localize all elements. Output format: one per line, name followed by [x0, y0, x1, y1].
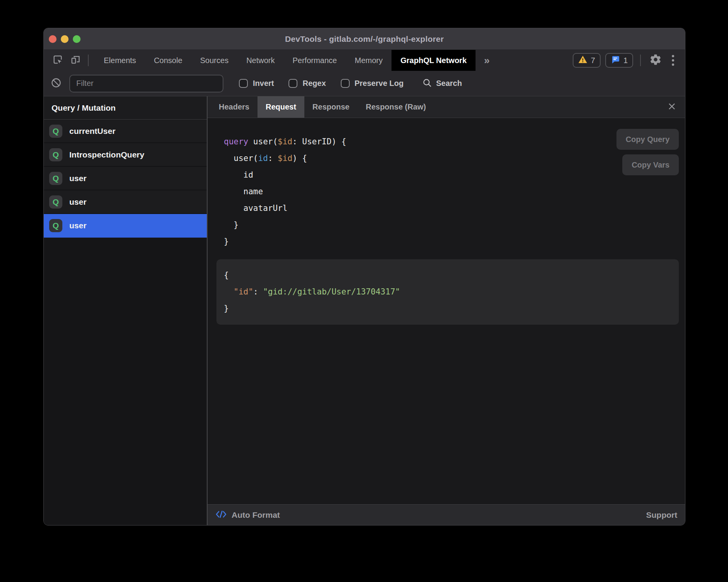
- checkbox-label: Invert: [253, 79, 274, 88]
- kebab-dot: [672, 63, 674, 66]
- copy-query-button[interactable]: Copy Query: [616, 129, 679, 150]
- panel-tab-response-raw[interactable]: Response (Raw): [357, 96, 434, 118]
- query-list: QcurrentUserQIntrospectionQueryQuserQuse…: [44, 120, 207, 238]
- toolbar-right: 7 1: [573, 50, 685, 71]
- query-list-item-user[interactable]: Quser: [44, 167, 207, 190]
- issues-count: 1: [623, 56, 628, 65]
- panel-tab-response[interactable]: Response: [304, 96, 358, 118]
- more-tabs-button[interactable]: »: [476, 50, 498, 71]
- filter-bar: InvertRegexPreserve Log Search: [44, 71, 685, 96]
- warning-triangle-icon: [578, 55, 587, 65]
- query-type-badge: Q: [49, 148, 62, 161]
- kebab-dot: [672, 59, 674, 62]
- panel-tabs: HeadersRequestResponseResponse (Raw): [208, 96, 685, 118]
- query-type-badge: Q: [49, 219, 62, 232]
- warnings-count: 7: [591, 56, 595, 65]
- search-control[interactable]: Search: [422, 78, 462, 89]
- device-toolbar-icon: [70, 54, 81, 67]
- chevron-double-right-icon: »: [484, 55, 489, 67]
- graphql-variables-box: { "id": "gid://gitlab/User/13704317"}: [216, 259, 679, 325]
- query-type-badge: Q: [49, 195, 62, 209]
- tab-console[interactable]: Console: [145, 50, 191, 71]
- request-content: query user($id: UserID) { user(id: $id) …: [208, 118, 685, 504]
- devtools-window: DevTools - gitlab.com/-/graphql-explorer: [43, 28, 685, 526]
- copy-buttons: Copy Query Copy Vars: [616, 129, 679, 175]
- panel-tab-headers[interactable]: Headers: [211, 96, 258, 118]
- query-name-label: user: [69, 221, 86, 230]
- settings-button[interactable]: [648, 53, 663, 68]
- inspect-cursor-icon: [52, 54, 63, 67]
- query-list-item-user[interactable]: Quser: [44, 214, 207, 238]
- sidebar-header: Query / Mutation: [44, 96, 207, 120]
- title-bar: DevTools - gitlab.com/-/graphql-explorer: [44, 28, 685, 50]
- checkbox-box[interactable]: [288, 79, 297, 88]
- auto-format-button[interactable]: Auto Format: [215, 510, 280, 520]
- query-list-item-introspectionquery[interactable]: QIntrospectionQuery: [44, 143, 207, 167]
- screen: DevTools - gitlab.com/-/graphql-explorer: [0, 0, 728, 582]
- detail-panel: HeadersRequestResponseResponse (Raw) que…: [208, 96, 685, 525]
- tab-sources[interactable]: Sources: [191, 50, 237, 71]
- auto-format-label: Auto Format: [232, 510, 280, 520]
- inspect-element-button[interactable]: [50, 53, 65, 68]
- search-label: Search: [436, 79, 462, 88]
- warnings-badge[interactable]: 7: [573, 53, 601, 68]
- code-line: avatarUrl: [224, 200, 685, 217]
- chat-bubble-icon: [611, 55, 620, 66]
- code-line: user(id: $id) {: [224, 150, 685, 167]
- checkbox-label: Preserve Log: [355, 79, 404, 88]
- tab-graphql-network[interactable]: GraphQL Network: [391, 50, 476, 71]
- devtools-toolbar: ElementsConsoleSourcesNetworkPerformance…: [44, 50, 685, 71]
- query-name-label: IntrospectionQuery: [69, 150, 144, 159]
- tab-performance[interactable]: Performance: [284, 50, 346, 71]
- filter-input[interactable]: [69, 75, 223, 92]
- query-name-label: currentUser: [69, 127, 115, 136]
- window-title: DevTools - gitlab.com/-/graphql-explorer: [44, 34, 685, 44]
- close-icon: [667, 102, 676, 113]
- checkbox-box[interactable]: [239, 79, 248, 88]
- toolbar-icons: [44, 50, 95, 71]
- code-line: "id": "gid://gitlab/User/13704317": [224, 284, 679, 300]
- panel-tab-request[interactable]: Request: [258, 96, 304, 118]
- tab-memory[interactable]: Memory: [346, 50, 391, 71]
- code-line: }: [224, 233, 685, 250]
- search-icon: [422, 78, 432, 89]
- gear-icon: [649, 53, 662, 67]
- graphql-query-code: query user($id: UserID) { user(id: $id) …: [208, 118, 685, 250]
- checkbox-label: Regex: [302, 79, 326, 88]
- support-link[interactable]: Support: [646, 510, 677, 520]
- code-line: {: [224, 267, 679, 284]
- more-options-button[interactable]: [668, 53, 678, 68]
- checkbox-regex[interactable]: Regex: [288, 79, 326, 88]
- device-toolbar-button[interactable]: [68, 53, 83, 68]
- query-type-badge: Q: [49, 125, 62, 138]
- checkbox-preserve-log[interactable]: Preserve Log: [341, 79, 404, 88]
- main-area: Query / Mutation QcurrentUserQIntrospect…: [44, 96, 685, 525]
- query-name-label: user: [69, 174, 86, 183]
- checkbox-box[interactable]: [341, 79, 350, 88]
- toolbar-right-separator: [640, 55, 641, 66]
- code-line: }: [224, 300, 679, 317]
- query-name-label: user: [69, 197, 86, 207]
- query-list-item-currentuser[interactable]: QcurrentUser: [44, 120, 207, 143]
- code-line: id: [224, 167, 685, 183]
- copy-vars-button[interactable]: Copy Vars: [622, 154, 679, 175]
- toolbar-separator: [88, 55, 89, 66]
- panel-footer: Auto Format Support: [208, 504, 685, 525]
- kebab-dot: [672, 55, 674, 57]
- query-list-item-user[interactable]: Quser: [44, 190, 207, 214]
- code-line: }: [224, 217, 685, 233]
- checkbox-invert[interactable]: Invert: [239, 79, 274, 88]
- code-line: query user($id: UserID) {: [224, 134, 685, 150]
- block-requests-icon[interactable]: [51, 77, 62, 90]
- filter-checkboxes: InvertRegexPreserve Log: [239, 79, 403, 88]
- query-type-badge: Q: [49, 172, 62, 185]
- tab-network[interactable]: Network: [237, 50, 283, 71]
- tab-elements[interactable]: Elements: [95, 50, 145, 71]
- close-panel-button[interactable]: [664, 96, 680, 118]
- query-list-sidebar: Query / Mutation QcurrentUserQIntrospect…: [44, 96, 207, 525]
- issues-badge[interactable]: 1: [605, 53, 633, 68]
- devtools-tabs: ElementsConsoleSourcesNetworkPerformance…: [95, 50, 476, 71]
- code-line: name: [224, 183, 685, 200]
- code-brackets-icon: [215, 510, 227, 520]
